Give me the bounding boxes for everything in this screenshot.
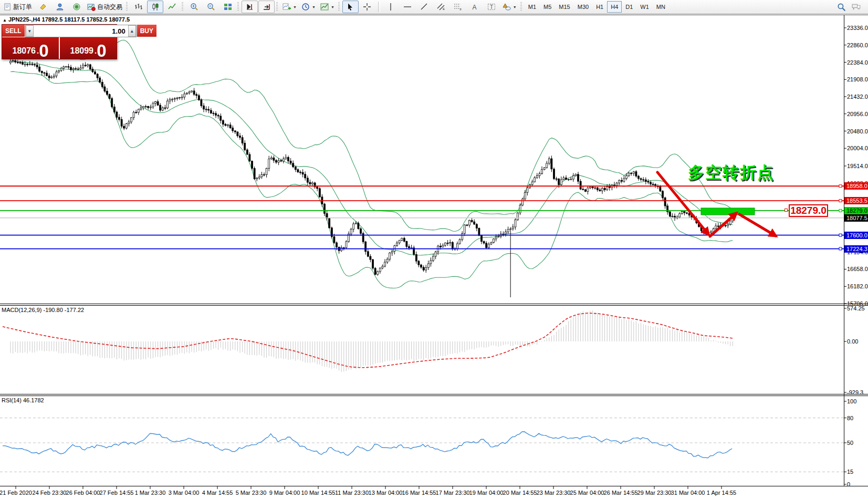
trendline-icon: [420, 3, 428, 11]
market-watch-button[interactable]: [51, 1, 68, 13]
vertical-line-button[interactable]: [383, 1, 399, 13]
trade-panel-prices: 18076.0 18099.0: [2, 37, 117, 59]
toolbar-separator: [378, 2, 380, 12]
date-axis-label: 13 Mar 04:00: [369, 490, 403, 496]
trendline-button[interactable]: [416, 1, 433, 13]
sonar-icon: [72, 3, 81, 11]
crosshair-icon: [363, 3, 371, 11]
macd-label: MACD(12,26,9) -190.80 -177.22: [2, 307, 84, 313]
rsi-axis-tick: 80: [847, 415, 853, 421]
vertical-line-icon: [386, 3, 395, 11]
timeframe-button-w1[interactable]: W1: [636, 1, 653, 13]
auto-scroll-button[interactable]: [242, 1, 258, 13]
volume-increase-button[interactable]: ▲: [128, 25, 136, 37]
date-axis-label: 29 Mar 23:30: [637, 490, 672, 496]
text-label-icon: T: [487, 3, 496, 11]
hline-anchor[interactable]: [839, 247, 842, 250]
shapes-button[interactable]: ▼: [500, 1, 519, 13]
sell-price[interactable]: 18076.0: [2, 37, 59, 59]
price-level-tag[interactable]: 17224.3: [844, 245, 868, 253]
zoom-out-button[interactable]: [203, 1, 219, 13]
hline-anchor[interactable]: [839, 200, 842, 202]
support-zone-rectangle[interactable]: [701, 208, 755, 215]
chart-shift-button[interactable]: [258, 1, 275, 13]
price-level-tag[interactable]: 18553.5: [844, 197, 868, 204]
date-axis-label: 16 Mar 14:55: [402, 490, 436, 496]
search-icon[interactable]: [837, 3, 846, 12]
svg-text:T: T: [490, 4, 493, 10]
rsi-axis-tick: 0: [847, 481, 850, 487]
toolbar-grip: [520, 2, 522, 12]
cursor-button[interactable]: [342, 1, 359, 13]
tile-windows-button[interactable]: [219, 1, 236, 13]
toolbar-grip: [126, 2, 128, 12]
bar-chart-button[interactable]: [130, 1, 147, 13]
sell-button[interactable]: SELL: [2, 25, 25, 37]
candlestick-chart-button[interactable]: [147, 1, 163, 13]
date-axis-label: 10 Mar 14:55: [301, 490, 336, 496]
chat-icon[interactable]: [851, 3, 861, 12]
price-axis-tick: 20480.0: [847, 128, 868, 134]
line-chart-button[interactable]: [164, 1, 180, 13]
horizontal-line-button[interactable]: [400, 1, 416, 13]
chevron-down-icon: ▼: [312, 5, 316, 9]
timeframe-button-d1[interactable]: D1: [622, 1, 636, 13]
text-button[interactable]: A: [467, 1, 483, 13]
price-callout-label[interactable]: 18279.0: [789, 204, 828, 217]
rsi-label: RSI(14) 46.1782: [2, 397, 44, 403]
turning-point-annotation[interactable]: 多空转折点: [688, 162, 775, 184]
date-axis-label: 9 Mar 04:00: [269, 490, 300, 496]
zoom-in-button[interactable]: [186, 1, 202, 13]
trend-arrow[interactable]: [710, 213, 736, 236]
chart-canvas[interactable]: [0, 0, 868, 499]
timeframe-button-m30[interactable]: M30: [574, 1, 592, 13]
one-click-trade-panel: SELL ▼ ▲ BUY 18076.0 18099.0: [2, 24, 117, 59]
date-axis-label: 26 Mar 14:55: [604, 490, 638, 496]
price-level-tag[interactable]: 18958.0: [844, 182, 868, 190]
timeframe-button-h1[interactable]: H1: [592, 1, 607, 13]
hline-anchor[interactable]: [839, 185, 842, 188]
timeframe-button-m5[interactable]: M5: [540, 1, 555, 13]
timeframe-button-mn[interactable]: MN: [653, 1, 669, 13]
hline-anchor[interactable]: [839, 234, 842, 236]
buy-price[interactable]: 18099.0: [60, 37, 117, 59]
strategy-tester-button[interactable]: [68, 1, 85, 13]
buy-button[interactable]: BUY: [137, 25, 156, 37]
periods-button[interactable]: ▼: [299, 1, 318, 13]
new-order-icon: [4, 3, 12, 11]
date-axis-label: 1 Apr 14:55: [707, 490, 736, 496]
crosshair-button[interactable]: [359, 1, 375, 13]
date-axis-label: 4 Mar 14:55: [202, 490, 233, 496]
price-axis-tick: 19514.0: [847, 163, 868, 169]
volume-decrease-button[interactable]: ▼: [26, 25, 34, 37]
new-order-button[interactable]: 新订单: [2, 1, 34, 13]
timeframe-button-m15[interactable]: M15: [555, 1, 573, 13]
price-level-tag[interactable]: 18077.5: [844, 214, 868, 222]
templates-button[interactable]: ▼: [318, 1, 337, 13]
main-toolbar: 新订单 自动交易 ▼ ▼: [0, 0, 868, 14]
main-chart-plot[interactable]: [10, 40, 734, 297]
indicators-button[interactable]: ▼: [280, 1, 299, 13]
equidistant-channel-button[interactable]: E: [433, 1, 449, 13]
timeframe-button-m1[interactable]: M1: [525, 1, 540, 13]
rsi-axis-tick: 15: [847, 469, 853, 475]
cursor-icon: [346, 3, 354, 11]
date-axis-label: 3 Mar 04:00: [169, 490, 200, 496]
price-level-tag[interactable]: 17600.0: [844, 232, 868, 239]
label-button[interactable]: T: [484, 1, 500, 13]
callout-anchor[interactable]: [785, 209, 788, 212]
toolbar-right-group: [837, 3, 866, 12]
rsi-panel[interactable]: [0, 418, 844, 472]
timeframe-button-h4[interactable]: H4: [607, 1, 622, 13]
chevron-down-icon: ▼: [293, 5, 297, 9]
macd-panel[interactable]: [3, 310, 734, 372]
hline-anchor[interactable]: [839, 209, 842, 212]
autotrading-button[interactable]: 自动交易: [85, 1, 124, 13]
profiles-button[interactable]: [35, 1, 51, 13]
volume-input[interactable]: [34, 25, 128, 37]
toolbar-grip: [338, 2, 340, 12]
trend-arrow[interactable]: [739, 214, 776, 236]
fibonacci-button[interactable]: F: [450, 1, 466, 13]
price-level-tag[interactable]: 18279.0: [844, 207, 868, 214]
template-icon: [320, 3, 329, 11]
